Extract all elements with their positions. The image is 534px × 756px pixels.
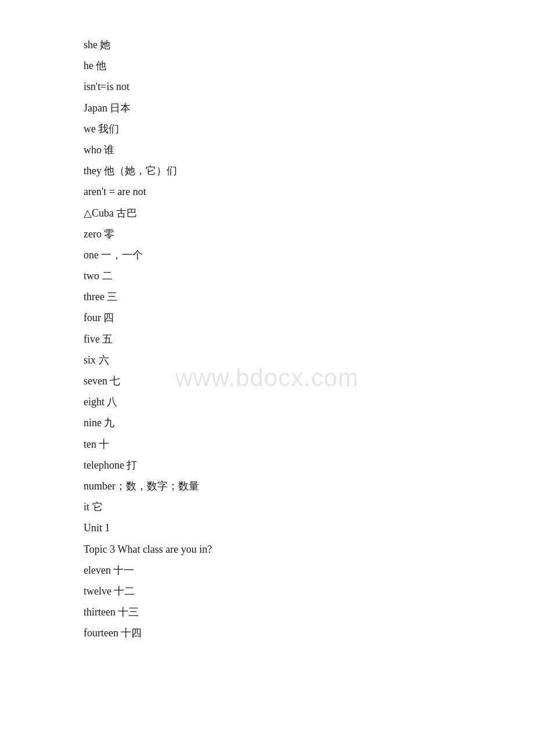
list-item: eight 八 [84,392,534,412]
list-item: they 他（她，它）们 [84,161,534,181]
list-item: aren't = are not [84,182,534,201]
list-item: six 六 [84,350,534,370]
list-item: fourteen 十四 [84,623,534,643]
list-item: seven 七 [84,371,534,391]
list-item: ten 十 [84,434,534,454]
list-item: who 谁 [84,140,534,160]
list-item: Japan 日本 [84,98,534,118]
list-item: thirteen 十三 [84,602,534,622]
list-item: telephone 打 [84,455,534,475]
list-item: twelve 十二 [84,581,534,601]
list-item: he 他 [84,56,534,75]
list-item: she 她 [84,35,534,55]
list-item: number；数，数字；数量 [84,476,534,496]
list-item: one 一，一个 [84,245,534,265]
list-item: Topic 3 What class are you in? [84,539,534,559]
list-item: isn't=is not [84,77,534,96]
list-item: five 五 [84,329,534,349]
list-item: three 三 [84,287,534,307]
list-item: eleven 十一 [84,560,534,580]
list-item: we 我们 [84,119,534,139]
list-item: nine 九 [84,413,534,433]
list-item: four 四 [84,308,534,327]
list-item: two 二 [84,266,534,286]
page-content: she 她he 他isn't=is notJapan 日本we 我们who 谁t… [0,0,534,679]
list-item: Unit 1 [84,518,534,538]
list-item: zero 零 [84,224,534,244]
list-item: △Cuba 古巴 [84,203,534,223]
list-item: it 它 [84,497,534,517]
